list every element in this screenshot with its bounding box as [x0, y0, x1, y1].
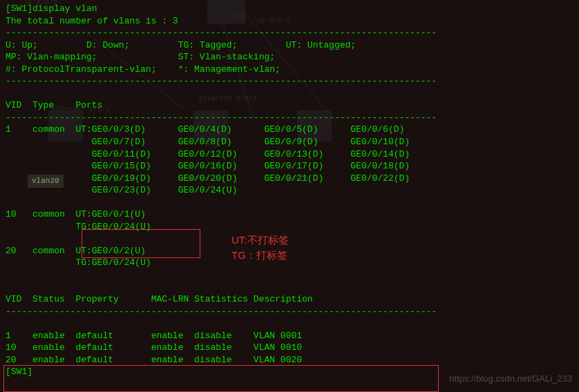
- status-row-2: 10 enable default enable disable VLAN 00…: [6, 342, 302, 353]
- legend-line-3: #: ProtocolTransparent-vlan; *: Manageme…: [6, 64, 281, 75]
- header-vid-status: VID Status Property MAC-LRN Statistics D…: [6, 294, 313, 304]
- vlan20-row-1: 20 common UT:GE0/0/2(U): [6, 246, 146, 256]
- vlan20-row-2: TG:GE0/0/24(U): [6, 257, 151, 268]
- prompt-start: [SW1]: [6, 3, 32, 14]
- legend-line-2: MP: Vlan-mapping; ST: Vlan-stacking;: [6, 52, 275, 62]
- vlan10-row-2: TG:GE0/0/24(U): [6, 222, 151, 232]
- status-row-3: 20 enable default enable disable VLAN 00…: [6, 355, 302, 365]
- header-vid-type-ports: VID Type Ports: [6, 100, 102, 110]
- vlan1-row-4: GE0/0/15(D) GE0/0/16(D) GE0/0/17(D) GE0/…: [6, 161, 410, 171]
- prompt-end: [SW1]: [6, 366, 32, 377]
- status-row-1: 1 enable default enable disable VLAN 000…: [6, 331, 302, 341]
- vlan1-row-2: GE0/0/7(D) GE0/0/8(D) GE0/0/9(D) GE0/0/1…: [6, 137, 410, 147]
- vlan10-row-1: 10 common UT:GE0/0/1(U): [6, 209, 146, 219]
- vlan1-row-1: 1 common UT:GE0/0/3(D) GE0/0/4(D) GE0/0/…: [6, 124, 404, 135]
- terminal-output: [SW1]display vlan The total number of vl…: [0, 0, 579, 381]
- vlan1-row-3: GE0/0/11(D) GE0/0/12(D) GE0/0/13(D) GE0/…: [6, 149, 410, 159]
- legend-line-1: U: Up; D: Down; TG: Tagged; UT: Untagged…: [6, 40, 356, 50]
- dashes-1: ----------------------------------------…: [6, 28, 437, 38]
- dashes-4: ----------------------------------------…: [6, 306, 437, 317]
- vlan1-row-6: GE0/0/23(D) GE0/0/24(U): [6, 185, 237, 195]
- summary-line: The total number of vlans is : 3: [6, 16, 178, 26]
- command: display vlan: [32, 3, 97, 14]
- dashes-2: ----------------------------------------…: [6, 76, 437, 86]
- dashes-3: ----------------------------------------…: [6, 112, 437, 123]
- vlan1-row-5: GE0/0/19(D) GE0/0/20(D) GE0/0/21(D) GE0/…: [6, 173, 410, 184]
